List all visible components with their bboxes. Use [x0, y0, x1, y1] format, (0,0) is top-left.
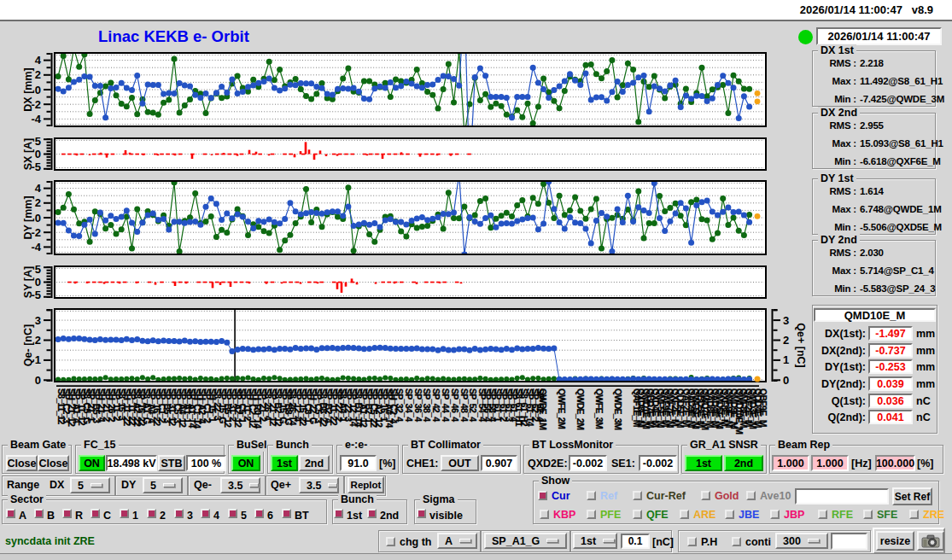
svg-text:SP_44_4: SP_44_4: [441, 388, 451, 422]
svg-text:SP_34_4: SP_34_4: [404, 388, 414, 422]
svg-text:0: 0: [35, 212, 41, 225]
svg-text:Qe- [nC]: Qe- [nC]: [22, 324, 34, 366]
svg-text:1: 1: [35, 353, 41, 366]
svg-text:0: 0: [783, 374, 789, 387]
svg-text:SP_32_4: SP_32_4: [394, 388, 405, 422]
svg-text:SP_52_4: SP_52_4: [468, 388, 478, 422]
svg-text:-4: -4: [31, 113, 41, 125]
svg-text:2: 2: [783, 334, 789, 347]
svg-text:QWDE_3M: QWDE_3M: [613, 388, 623, 430]
svg-text:SP_38_4: SP_38_4: [422, 388, 432, 422]
svg-text:5: 5: [35, 263, 41, 276]
svg-text:0: 0: [35, 84, 41, 96]
svg-text:1: 1: [783, 353, 789, 366]
svg-text:Qe+ [nC]: Qe+ [nC]: [795, 323, 807, 367]
svg-text:QWFE_3M: QWFE_3M: [594, 388, 604, 429]
svg-text:SP_48_4: SP_48_4: [459, 388, 470, 422]
svg-text:SX [A]: SX [A]: [22, 138, 34, 171]
svg-text:2: 2: [35, 68, 41, 81]
svg-text:0: 0: [35, 148, 41, 160]
svg-text:QWDE_2M: QWDE_2M: [575, 388, 586, 430]
svg-text:4: 4: [35, 54, 42, 67]
svg-text:2: 2: [35, 334, 41, 347]
svg-text:4: 4: [35, 182, 42, 195]
svg-text:SP_46_4: SP_46_4: [450, 388, 460, 422]
svg-text:SP_42_4: SP_42_4: [431, 388, 441, 422]
svg-text:2: 2: [35, 196, 41, 209]
svg-text:DX [mm]: DX [mm]: [22, 67, 34, 111]
svg-text:DY [mm]: DY [mm]: [22, 195, 34, 239]
svg-text:QWFE_2M: QWFE_2M: [557, 388, 567, 429]
svg-text:SP_36_4: SP_36_4: [413, 388, 423, 422]
svg-text:0: 0: [35, 374, 41, 387]
svg-text:QWDE_1M: QWDE_1M: [538, 388, 548, 430]
svg-text:5: 5: [35, 135, 41, 148]
svg-text:3: 3: [783, 314, 789, 327]
svg-text:QBF9E_M: QBF9E_M: [758, 388, 768, 428]
svg-text:-4: -4: [31, 241, 41, 254]
svg-text:0: 0: [35, 276, 41, 289]
svg-text:SY [A]: SY [A]: [22, 266, 34, 298]
svg-text:3: 3: [35, 314, 41, 327]
